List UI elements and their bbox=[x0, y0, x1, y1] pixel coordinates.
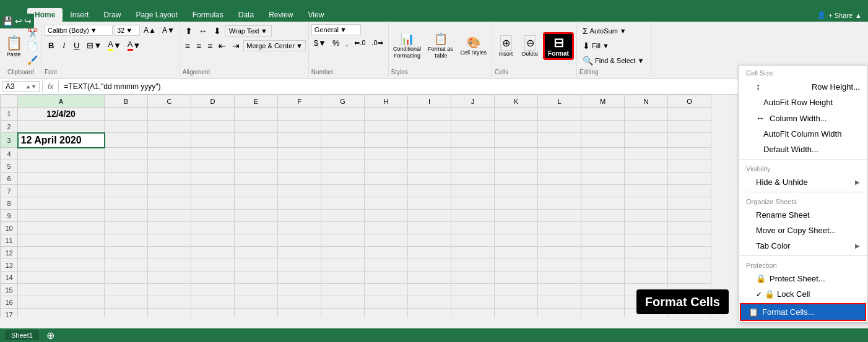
cell-J6[interactable] bbox=[451, 173, 495, 185]
cell-L11[interactable] bbox=[538, 234, 581, 247]
cell-O8[interactable] bbox=[668, 197, 711, 210]
increase-font-button[interactable]: A▲ bbox=[141, 24, 158, 36]
cell-O3[interactable] bbox=[668, 133, 711, 148]
cell-K2[interactable] bbox=[495, 121, 538, 133]
undo-icon[interactable]: ↩ bbox=[15, 16, 22, 26]
cell-H4[interactable] bbox=[365, 148, 408, 160]
cell-B10[interactable] bbox=[105, 222, 148, 234]
cell-M2[interactable] bbox=[581, 121, 625, 133]
conditional-formatting-button[interactable]: 📊 Conditional Formatting bbox=[391, 31, 423, 61]
cell-C10[interactable] bbox=[148, 222, 191, 234]
cell-F7[interactable] bbox=[278, 185, 321, 197]
cell-I4[interactable] bbox=[408, 148, 451, 160]
cell-L7[interactable] bbox=[538, 185, 581, 197]
cell-G8[interactable] bbox=[321, 197, 365, 210]
cell-G2[interactable] bbox=[321, 121, 365, 133]
cell-H7[interactable] bbox=[365, 185, 408, 197]
format-as-table-button[interactable]: 📋 Format as Table bbox=[425, 31, 457, 61]
cell-J12[interactable] bbox=[451, 247, 495, 259]
cell-reference-box[interactable]: A3 ▲▼ bbox=[2, 81, 40, 92]
cell-K17[interactable] bbox=[495, 309, 538, 318]
row-header-2[interactable]: 2 bbox=[1, 121, 18, 133]
cell-N8[interactable] bbox=[625, 197, 668, 210]
row-header-1[interactable]: 1 bbox=[1, 108, 18, 121]
cell-H11[interactable] bbox=[365, 234, 408, 247]
cell-J16[interactable] bbox=[451, 296, 495, 309]
cell-C5[interactable] bbox=[148, 160, 191, 173]
cell-K12[interactable] bbox=[495, 247, 538, 259]
cell-F13[interactable] bbox=[278, 259, 321, 271]
cell-K4[interactable] bbox=[495, 148, 538, 160]
cell-D13[interactable] bbox=[191, 259, 235, 271]
cell-A11[interactable] bbox=[18, 234, 105, 247]
cell-J11[interactable] bbox=[451, 234, 495, 247]
cell-B6[interactable] bbox=[105, 173, 148, 185]
cell-N9[interactable] bbox=[625, 210, 668, 222]
cell-K7[interactable] bbox=[495, 185, 538, 197]
cell-C14[interactable] bbox=[148, 271, 191, 284]
cell-J3[interactable] bbox=[451, 133, 495, 148]
align-center-button[interactable]: ≡ bbox=[194, 39, 204, 53]
cell-G10[interactable] bbox=[321, 222, 365, 234]
cell-I11[interactable] bbox=[408, 234, 451, 247]
cell-J4[interactable] bbox=[451, 148, 495, 160]
align-left-button[interactable]: ≡ bbox=[183, 39, 193, 53]
cell-F2[interactable] bbox=[278, 121, 321, 133]
cell-K10[interactable] bbox=[495, 222, 538, 234]
cell-C8[interactable] bbox=[148, 197, 191, 210]
cell-N13[interactable] bbox=[625, 259, 668, 271]
cell-F10[interactable] bbox=[278, 222, 321, 234]
cell-M14[interactable] bbox=[581, 271, 625, 284]
fill-color-button[interactable]: A▼ bbox=[105, 38, 124, 53]
delete-button[interactable]: ⊖ Delete bbox=[519, 34, 541, 58]
cell-K6[interactable] bbox=[495, 173, 538, 185]
fill-button[interactable]: ⬇ Fill ▼ bbox=[579, 39, 648, 53]
row-header-12[interactable]: 12 bbox=[1, 247, 18, 259]
cell-B16[interactable] bbox=[105, 296, 148, 309]
cell-I16[interactable] bbox=[408, 296, 451, 309]
cell-D7[interactable] bbox=[191, 185, 235, 197]
cell-E4[interactable] bbox=[235, 148, 278, 160]
cell-A9[interactable] bbox=[18, 210, 105, 222]
cell-L15[interactable] bbox=[538, 284, 581, 296]
cell-A16[interactable] bbox=[18, 296, 105, 309]
cell-I8[interactable] bbox=[408, 197, 451, 210]
cell-A13[interactable] bbox=[18, 259, 105, 271]
format-button[interactable]: ⊟ Format bbox=[543, 32, 574, 60]
lock-cell-item[interactable]: ✓ 🔒 Lock Cell bbox=[739, 286, 867, 302]
tab-insert[interactable]: Insert bbox=[63, 8, 96, 22]
row-header-16[interactable]: 16 bbox=[1, 296, 18, 309]
cell-E16[interactable] bbox=[235, 296, 278, 309]
cell-D4[interactable] bbox=[191, 148, 235, 160]
cell-F5[interactable] bbox=[278, 160, 321, 173]
cell-M17[interactable] bbox=[581, 309, 625, 318]
cell-styles-button[interactable]: 🎨 Cell Styles bbox=[458, 35, 490, 58]
cell-K15[interactable] bbox=[495, 284, 538, 296]
cell-M10[interactable] bbox=[581, 222, 625, 234]
cell-K5[interactable] bbox=[495, 160, 538, 173]
cell-B9[interactable] bbox=[105, 210, 148, 222]
cell-C11[interactable] bbox=[148, 234, 191, 247]
cell-G6[interactable] bbox=[321, 173, 365, 185]
cell-L12[interactable] bbox=[538, 247, 581, 259]
cell-A8[interactable] bbox=[18, 197, 105, 210]
cell-B11[interactable] bbox=[105, 234, 148, 247]
cell-H3[interactable] bbox=[365, 133, 408, 148]
save-icon[interactable]: 💾 bbox=[2, 16, 13, 26]
cell-I10[interactable] bbox=[408, 222, 451, 234]
cell-O7[interactable] bbox=[668, 185, 711, 197]
cell-D15[interactable] bbox=[191, 284, 235, 296]
cell-E10[interactable] bbox=[235, 222, 278, 234]
cell-I6[interactable] bbox=[408, 173, 451, 185]
cell-M6[interactable] bbox=[581, 173, 625, 185]
col-header-h[interactable]: H bbox=[365, 95, 408, 108]
cell-G17[interactable] bbox=[321, 309, 365, 318]
cell-B15[interactable] bbox=[105, 284, 148, 296]
cell-M15[interactable] bbox=[581, 284, 625, 296]
cell-D12[interactable] bbox=[191, 247, 235, 259]
cell-B13[interactable] bbox=[105, 259, 148, 271]
cell-J2[interactable] bbox=[451, 121, 495, 133]
rename-sheet-item[interactable]: Rename Sheet bbox=[739, 207, 867, 223]
cell-C1[interactable] bbox=[148, 108, 191, 121]
cell-D17[interactable] bbox=[191, 309, 235, 318]
